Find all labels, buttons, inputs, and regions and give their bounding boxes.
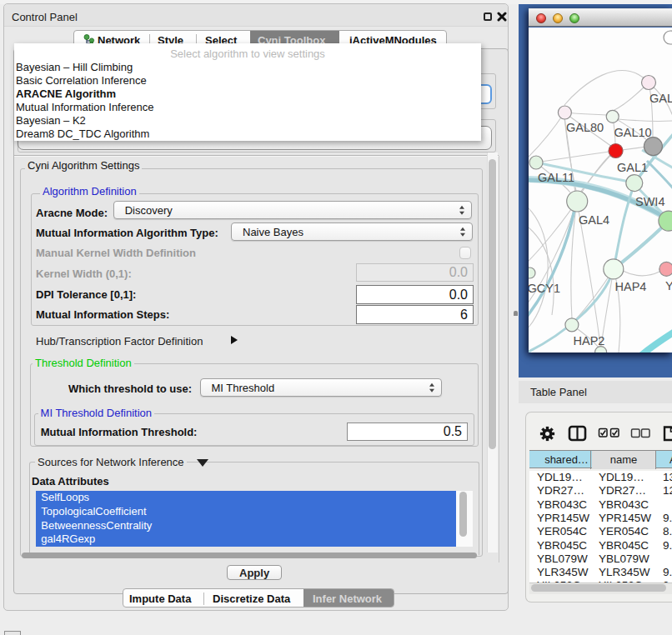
- svg-text:HAP2: HAP2: [574, 334, 605, 348]
- svg-text:GAL1: GAL1: [617, 161, 648, 174]
- svg-text:GAL10: GAL10: [614, 126, 652, 139]
- svg-text:GAL4: GAL4: [579, 213, 609, 227]
- svg-text:HAP4: HAP4: [615, 280, 647, 293]
- svg-text:Y: Y: [665, 279, 672, 292]
- svg-text:GAL11: GAL11: [538, 171, 574, 184]
- svg-text:GAL80: GAL80: [566, 121, 604, 134]
- svg-text:SWI4: SWI4: [635, 195, 664, 208]
- svg-text:GAL2: GAL2: [649, 92, 672, 105]
- svg-text:GCY1: GCY1: [529, 282, 560, 295]
